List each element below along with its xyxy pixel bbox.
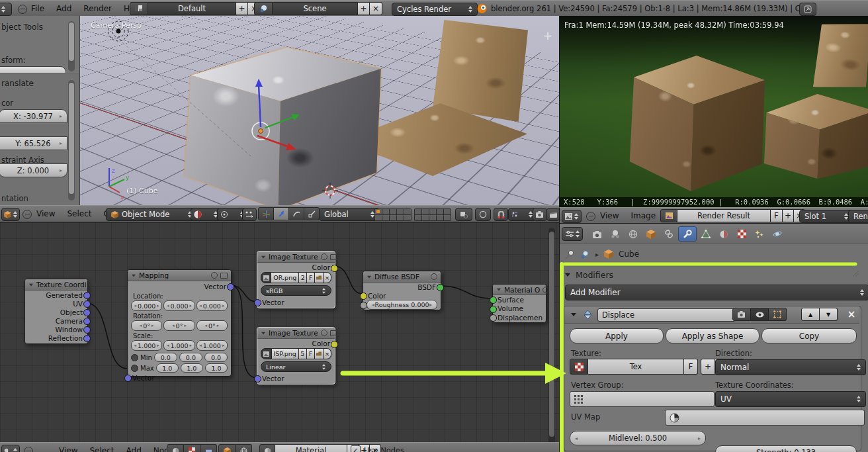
- node-texture-coordinate[interactable]: Texture Coordi Generated UV Object Camer…: [24, 279, 88, 344]
- tab-modifiers[interactable]: [678, 226, 697, 242]
- layer-cell[interactable]: [390, 209, 396, 214]
- editor-type-button[interactable]: [1, 208, 20, 221]
- scrollbar-thumb[interactable]: [69, 83, 74, 194]
- node-mapping[interactable]: Mapping Vector Location: ◂0.000▸ ◂0.000▸…: [127, 269, 232, 377]
- menu-view[interactable]: View: [53, 446, 83, 452]
- midlevel-slider[interactable]: ◂ Midlevel: 0.500 ▸: [570, 431, 706, 445]
- tab-object-data[interactable]: [697, 227, 715, 241]
- menu-file[interactable]: File: [25, 4, 50, 13]
- node-image-texture-2[interactable]: Image Texture Color ISP.png 5 F × Linear…: [257, 327, 335, 384]
- move-modifier-down-button[interactable]: ▼: [820, 308, 838, 321]
- tab-material[interactable]: [715, 227, 732, 241]
- tab-particles[interactable]: [751, 227, 768, 241]
- min-z-field[interactable]: 0.0: [204, 353, 228, 362]
- layer-cell[interactable]: [397, 209, 404, 214]
- open-image-button[interactable]: [315, 348, 324, 359]
- tab-object[interactable]: [642, 227, 660, 241]
- material-name-field[interactable]: Material: [275, 444, 347, 452]
- collapse-icon[interactable]: [132, 274, 136, 277]
- opengl-render-anim-button[interactable]: [546, 208, 560, 221]
- compositing-nodes-button[interactable]: [200, 444, 217, 452]
- vector-z-field[interactable]: Z: 0.000▸: [0, 163, 67, 177]
- collapse-icon[interactable]: [367, 275, 371, 278]
- socket-volume-in[interactable]: [490, 306, 497, 313]
- color-space-select[interactable]: Linear: [261, 361, 331, 372]
- texture-nodes-button[interactable]: [184, 444, 200, 452]
- render-layer-select[interactable]: Rende: [848, 210, 868, 223]
- tab-render[interactable]: [589, 227, 606, 241]
- rotation-z-field[interactable]: ◂0°▸: [196, 320, 228, 331]
- add-scene-button[interactable]: +: [358, 2, 370, 15]
- editmode-visibility-button[interactable]: [769, 308, 787, 321]
- location-x-field[interactable]: ◂0.000▸: [131, 300, 162, 311]
- layer-cell[interactable]: [437, 209, 443, 214]
- layer-cell[interactable]: [429, 209, 436, 214]
- new-image-button[interactable]: +: [783, 209, 794, 222]
- location-z-field[interactable]: ◂0.000▸: [196, 300, 228, 311]
- render-result-view[interactable]: Fra:1 Mem:14.59M (19.34M, peak 48.32M) T…: [559, 16, 868, 207]
- node-editor-scrollbar[interactable]: [548, 228, 555, 446]
- max-z-field[interactable]: 1.0: [205, 363, 228, 373]
- scene-icon[interactable]: [580, 250, 590, 259]
- image-browse-button[interactable]: [261, 272, 271, 283]
- vector-x-field[interactable]: X: -30.977▸: [0, 109, 67, 123]
- menu-view[interactable]: View: [594, 211, 625, 220]
- render-engine-select[interactable]: Cycles Render: [392, 3, 478, 16]
- render-visibility-button[interactable]: [732, 308, 751, 321]
- layer-cell[interactable]: [444, 215, 451, 220]
- apply-button[interactable]: Apply: [570, 328, 664, 343]
- viewport-visibility-button[interactable]: [751, 308, 769, 321]
- open-image-button[interactable]: [315, 272, 324, 283]
- image-browse-button[interactable]: [660, 209, 677, 222]
- mode-select[interactable]: Object Mode: [106, 208, 197, 221]
- collapse-icon[interactable]: [261, 255, 265, 258]
- socket-vector-out[interactable]: [227, 283, 234, 291]
- texture-name-field[interactable]: Tex: [588, 359, 684, 375]
- rotate-manipulator-button[interactable]: [289, 207, 304, 220]
- menu-select[interactable]: Select: [83, 446, 120, 452]
- editor-type-button[interactable]: [562, 210, 582, 223]
- layer-cell[interactable]: [375, 215, 382, 220]
- panel-scrollbar[interactable]: [68, 80, 75, 201]
- resize-grip-icon[interactable]: [849, 267, 860, 278]
- unlink-image-button[interactable]: ×: [324, 272, 331, 283]
- max-x-field[interactable]: 1.0: [156, 363, 179, 373]
- scale-manipulator-button[interactable]: [304, 207, 320, 220]
- layer-cell[interactable]: [382, 215, 389, 220]
- menu-view[interactable]: View: [30, 209, 61, 218]
- tab-world[interactable]: [625, 227, 642, 241]
- min-y-field[interactable]: 0.0: [179, 353, 202, 362]
- screen-layout-icon[interactable]: [130, 2, 148, 15]
- image-datablock-field[interactable]: Render Result: [677, 209, 771, 222]
- slot-select[interactable]: Slot 1: [799, 210, 853, 223]
- translate-manipulator-button[interactable]: [274, 207, 289, 220]
- transform-orientation-select[interactable]: Global: [319, 208, 380, 221]
- collapse-icon[interactable]: [497, 289, 501, 291]
- vector-y-field[interactable]: Y: 65.526▸: [0, 136, 67, 150]
- socket-displacement-in[interactable]: [490, 314, 497, 322]
- tool-shelf-scrollbar[interactable]: [68, 21, 75, 71]
- node-editor[interactable]: Texture Coordi Generated UV Object Camer…: [0, 222, 559, 452]
- modifier-name-field[interactable]: Displace: [597, 308, 736, 322]
- scrollbar-thumb[interactable]: [549, 232, 554, 437]
- menu-select[interactable]: Select: [61, 209, 97, 218]
- menu-add[interactable]: Add: [120, 446, 148, 452]
- node-image-texture-1[interactable]: Image Texture Color OR.png 2 F × sRGB Ve…: [257, 251, 335, 308]
- image-name-field[interactable]: ISP.png: [272, 348, 299, 359]
- fake-user-button[interactable]: F: [771, 209, 783, 222]
- socket-window[interactable]: [83, 326, 91, 334]
- socket-reflection[interactable]: [83, 335, 91, 342]
- layer-cell[interactable]: [415, 215, 421, 220]
- new-texture-button[interactable]: +: [701, 359, 715, 375]
- world-shader-button[interactable]: [236, 444, 252, 452]
- max-checkbox[interactable]: [131, 365, 138, 372]
- tab-scene[interactable]: [607, 227, 624, 241]
- layer-cell[interactable]: [444, 209, 451, 214]
- image-name-field[interactable]: OR.png: [271, 272, 299, 283]
- layers-grid-2[interactable]: [414, 208, 451, 221]
- socket-vector-in[interactable]: [254, 299, 261, 306]
- image-browse-button[interactable]: [261, 348, 272, 359]
- scrollbar-thumb[interactable]: [69, 23, 74, 61]
- open-region-plus-icon[interactable]: +: [543, 29, 552, 42]
- uv-map-field[interactable]: [665, 410, 865, 426]
